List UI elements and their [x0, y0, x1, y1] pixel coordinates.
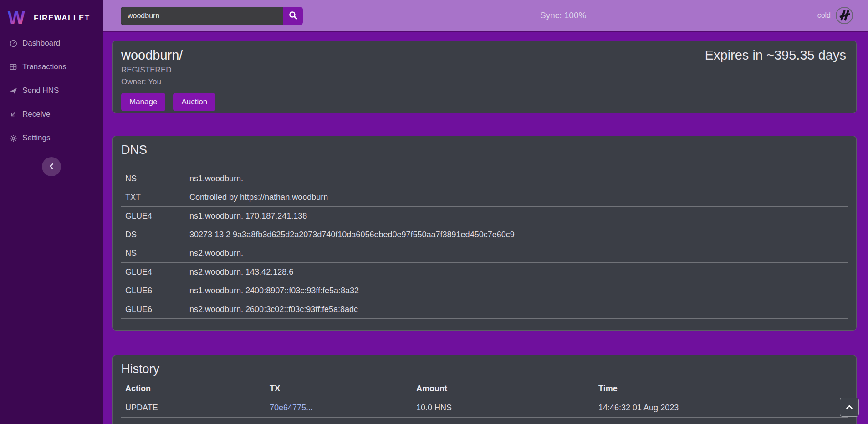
dns-record-type: GLUE4: [121, 211, 189, 221]
domain-status: REGISTERED: [121, 65, 215, 75]
history-card: History Action TX Amount Time UPDATE: [112, 355, 857, 424]
brand-header: W FIREWALLET: [0, 0, 103, 32]
sidebar-item-label: Transactions: [22, 62, 66, 72]
wallet-name-label: cold: [817, 0, 831, 31]
sidebar-item-label: Send HNS: [22, 86, 59, 95]
tx-link[interactable]: d73b4f1...: [270, 422, 306, 424]
dns-record-type: DS: [121, 230, 189, 240]
dns-record-row: GLUE4 ns1.woodburn. 170.187.241.138: [121, 206, 848, 225]
sidebar-collapse-button[interactable]: [42, 157, 61, 176]
handshake-logo-icon[interactable]: [835, 6, 853, 25]
dns-record-row: GLUE6 ns1.woodburn. 2400:8907::f03c:93ff…: [121, 281, 848, 300]
dns-record-value: ns2.woodburn.: [189, 249, 848, 258]
dns-record-value: ns1.woodburn. 170.187.241.138: [189, 211, 848, 221]
dns-record-row: TXT Controlled by https://nathan.woodbur…: [121, 188, 848, 206]
page-content: woodburn/ REGISTERED Owner: You Manage A…: [103, 32, 868, 424]
history-header-row: Action TX Amount Time: [121, 380, 848, 398]
dns-record-type: GLUE6: [121, 286, 189, 296]
chevron-up-icon: [846, 404, 853, 411]
dns-record-value: ns1.woodburn.: [189, 174, 848, 184]
receive-icon: [9, 110, 17, 118]
dns-record-type: GLUE6: [121, 305, 189, 314]
dns-record-value: ns1.woodburn. 2400:8907::f03c:93ff:fe5a:…: [189, 286, 848, 296]
sidebar-item-label: Receive: [22, 110, 50, 119]
history-col-time: Time: [594, 380, 848, 398]
dns-record-row: NS ns2.woodburn.: [121, 244, 848, 262]
manage-button[interactable]: Manage: [121, 93, 165, 111]
history-col-action: Action: [121, 380, 266, 398]
chevron-left-icon: [49, 163, 54, 171]
search-input[interactable]: [121, 7, 283, 25]
dns-record-row: GLUE6 ns2.woodburn. 2600:3c02::f03c:93ff…: [121, 300, 848, 318]
history-table: Action TX Amount Time UPDATE 70e64775...…: [121, 380, 848, 424]
sync-status: Sync: 100%: [540, 0, 586, 31]
domain-card-left: woodburn/ REGISTERED Owner: You Manage A…: [121, 47, 215, 113]
history-col-amount: Amount: [412, 380, 594, 398]
search-icon: [289, 11, 297, 21]
brand-name: FIREWALLET: [34, 14, 90, 23]
dns-record-value: Controlled by https://nathan.woodburn: [189, 193, 848, 202]
dns-record-type: GLUE4: [121, 267, 189, 277]
dns-card-title: DNS: [121, 143, 848, 158]
history-amount: 10.0 HNS: [412, 417, 594, 424]
dns-record-type: NS: [121, 174, 189, 184]
send-icon: [9, 87, 17, 95]
domain-name-title: woodburn/: [121, 47, 215, 63]
sidebar-item-receive[interactable]: Receive: [0, 109, 103, 120]
search-group: [121, 7, 303, 25]
dns-record-type: NS: [121, 249, 189, 258]
transactions-icon: [9, 63, 17, 71]
history-row: UPDATE 70e64775... 10.0 HNS 14:46:32 01 …: [121, 398, 848, 417]
domain-expires: Expires in ~395.35 days: [705, 48, 846, 113]
scroll-to-top-button[interactable]: [840, 398, 859, 417]
app-window: W FIREWALLET Dashboard Transactions: [0, 0, 868, 424]
history-action: RENEW: [121, 417, 266, 424]
sidebar-item-send-hns[interactable]: Send HNS: [0, 85, 103, 96]
sidebar-item-label: Dashboard: [22, 39, 60, 48]
history-row: RENEW d73b4f1... 10.0 HNS 15:47:36 07 Fe…: [121, 417, 848, 424]
dashboard-icon: [9, 39, 17, 47]
svg-text:W: W: [8, 8, 25, 28]
history-amount: 10.0 HNS: [412, 398, 594, 417]
dns-record-type: TXT: [121, 193, 189, 202]
domain-card: woodburn/ REGISTERED Owner: You Manage A…: [112, 41, 857, 113]
dns-record-row: GLUE4 ns2.woodburn. 143.42.128.6: [121, 262, 848, 281]
domain-owner: Owner: You: [121, 77, 215, 87]
topbar: Sync: 100% cold: [103, 0, 868, 32]
firewallet-w-logo-icon: W: [7, 7, 28, 30]
sidebar-item-dashboard[interactable]: Dashboard: [0, 38, 103, 49]
sidebar: W FIREWALLET Dashboard Transactions: [0, 0, 103, 424]
dns-record-row: DS 30273 13 2 9a3a8fb3d625d2a2073d740f10…: [121, 225, 848, 244]
dns-record-row: NS ns1.woodburn.: [121, 169, 848, 188]
history-time: 14:46:32 01 Aug 2023: [594, 398, 848, 417]
sidebar-item-settings[interactable]: Settings: [0, 133, 103, 143]
dns-card: DNS NS ns1.woodburn. TXT Controlled by h…: [112, 136, 857, 331]
domain-actions: Manage Auction: [121, 93, 215, 111]
gear-icon: [9, 134, 17, 142]
main-column: Sync: 100% cold woodburn/ REGISTERE: [103, 0, 868, 424]
search-button[interactable]: [283, 7, 303, 25]
sidebar-nav: Dashboard Transactions Send HNS Receive: [0, 38, 103, 143]
auction-button[interactable]: Auction: [173, 93, 215, 111]
history-card-title: History: [121, 362, 848, 377]
history-action: UPDATE: [121, 398, 266, 417]
history-time: 15:47:36 07 Feb 2023: [594, 417, 848, 424]
sidebar-item-transactions[interactable]: Transactions: [0, 61, 103, 72]
dns-record-value: ns2.woodburn. 2600:3c02::f03c:93ff:fe5a:…: [189, 305, 848, 314]
history-col-tx: TX: [266, 380, 412, 398]
dns-table: NS ns1.woodburn. TXT Controlled by https…: [121, 169, 848, 319]
tx-link[interactable]: 70e64775...: [270, 403, 313, 412]
dns-record-value: 30273 13 2 9a3a8fb3d625d2a2073d740f10da6…: [189, 230, 848, 240]
sidebar-item-label: Settings: [22, 133, 50, 143]
dns-record-value: ns2.woodburn. 143.42.128.6: [189, 267, 848, 277]
